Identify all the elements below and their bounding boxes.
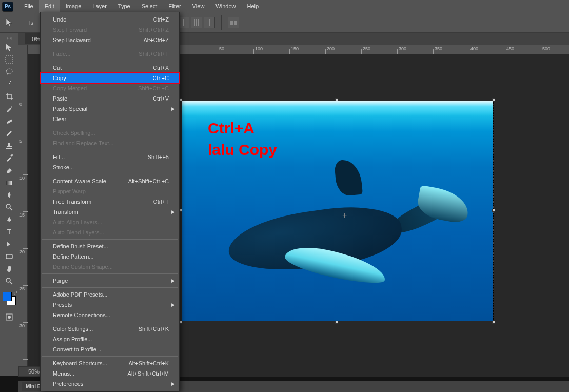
menu-filter[interactable]: Filter	[163, 0, 186, 13]
menu-image[interactable]: Image	[60, 0, 87, 13]
menu-item-purge[interactable]: Purge▶	[41, 276, 179, 286]
menu-item-define-custom-shape: Define Custom Shape...	[41, 262, 179, 272]
menu-item-preferences[interactable]: Preferences▶	[41, 379, 179, 389]
menu-separator	[42, 356, 178, 357]
menu-edit[interactable]: Edit	[39, 0, 60, 13]
healing-tool[interactable]	[3, 115, 16, 127]
history-brush-tool[interactable]	[3, 152, 16, 164]
menu-item-fade: Fade...Shift+Ctrl+F	[41, 49, 179, 59]
menu-separator	[42, 287, 178, 288]
menu-separator	[42, 61, 178, 61]
menu-layer[interactable]: Layer	[87, 0, 112, 13]
marquee-tool[interactable]	[3, 54, 16, 65]
menu-item-step-backward[interactable]: Step BackwardAlt+Ctrl+Z	[41, 35, 179, 45]
dist-hcenter-button[interactable]	[191, 17, 202, 28]
distribute-group-2	[178, 17, 215, 28]
ruler-origin[interactable]	[18, 45, 28, 54]
menu-type[interactable]: Type	[112, 0, 136, 13]
annotation-text: Ctrl+A lalu Copy	[208, 117, 277, 161]
stamp-tool[interactable]	[3, 140, 16, 151]
svg-rect-37	[234, 21, 237, 25]
menu-item-copy-merged: Copy MergedShift+Ctrl+C	[41, 83, 179, 93]
whale-photo: Ctrl+A lalu Copy +	[182, 101, 493, 321]
menu-view[interactable]: View	[187, 0, 210, 13]
menu-item-presets[interactable]: Presets▶	[41, 300, 179, 310]
svg-rect-27	[181, 19, 181, 26]
type-tool[interactable]: T	[3, 226, 16, 238]
menu-item-color-settings[interactable]: Color Settings...Shift+Ctrl+K	[41, 324, 179, 334]
menu-item-adobe-pdf-presets[interactable]: Adobe PDF Presets...	[41, 289, 179, 300]
hand-tool[interactable]	[3, 263, 16, 275]
options-label: ls	[29, 19, 33, 26]
svg-rect-28	[183, 19, 184, 26]
foreground-color[interactable]	[3, 292, 12, 301]
svg-rect-32	[198, 19, 199, 26]
menu-item-assign-profile[interactable]: Assign Profile...	[41, 334, 179, 344]
color-swatches[interactable]: ⇄	[2, 291, 17, 306]
menu-help[interactable]: Help	[241, 0, 264, 13]
crop-tool[interactable]	[3, 91, 16, 102]
menu-item-check-spelling: Check Spelling...	[41, 128, 179, 138]
eyedropper-tool[interactable]	[3, 103, 16, 114]
svg-rect-31	[196, 19, 197, 26]
zoom-tool[interactable]	[3, 276, 16, 287]
pen-tool[interactable]	[3, 214, 16, 225]
menu-item-paste[interactable]: PasteCtrl+V	[41, 93, 179, 104]
gradient-tool[interactable]	[3, 177, 16, 188]
shape-tool[interactable]	[3, 251, 16, 262]
edit-menu-dropdown: UndoCtrl+ZStep ForwardShift+Ctrl+ZStep B…	[40, 12, 180, 391]
svg-rect-45	[6, 254, 12, 259]
menu-item-cut[interactable]: CutCtrl+X	[41, 63, 179, 73]
chevron-right-icon: ▶	[171, 209, 175, 214]
eraser-tool[interactable]	[3, 165, 16, 176]
vertical-ruler[interactable]: 051015202530	[18, 54, 28, 377]
menu-item-copy[interactable]: CopyCtrl+C	[41, 73, 179, 83]
menu-item-menus[interactable]: Menus...Alt+Shift+Ctrl+M	[41, 368, 179, 379]
handle-icon[interactable]: ▸◂	[0, 35, 18, 41]
menu-item-define-brush-preset[interactable]: Define Brush Preset...	[41, 241, 179, 251]
menu-item-convert-to-profile[interactable]: Convert to Profile...	[41, 344, 179, 355]
svg-rect-40	[6, 119, 12, 124]
menu-item-paste-special[interactable]: Paste Special▶	[41, 104, 179, 114]
menu-separator	[42, 47, 178, 47]
move-tool[interactable]	[3, 42, 16, 53]
magic-wand-tool[interactable]	[3, 79, 16, 90]
swap-colors-icon[interactable]: ⇄	[13, 290, 17, 295]
svg-rect-29	[186, 19, 186, 26]
menu-item-stroke[interactable]: Stroke...	[41, 162, 179, 172]
menu-select[interactable]: Select	[136, 0, 163, 13]
svg-rect-36	[230, 21, 233, 25]
canvas-image[interactable]: Ctrl+A lalu Copy +	[182, 101, 493, 321]
current-tool-icon[interactable]	[3, 16, 16, 29]
blur-tool[interactable]	[3, 189, 16, 201]
menu-item-keyboard-shortcuts[interactable]: Keyboard Shortcuts...Alt+Shift+Ctrl+K	[41, 358, 179, 368]
menu-item-free-transform[interactable]: Free TransformCtrl+T	[41, 197, 179, 207]
app-logo: Ps	[2, 2, 13, 12]
menu-item-remote-connections[interactable]: Remote Connections...	[41, 310, 179, 320]
dist-left-button[interactable]	[178, 17, 189, 28]
lasso-tool[interactable]	[3, 66, 16, 77]
menu-item-content-aware-scale[interactable]: Content-Aware ScaleAlt+Shift+Ctrl+C	[41, 176, 179, 186]
menu-item-clear[interactable]: Clear	[41, 114, 179, 124]
svg-rect-35	[207, 19, 207, 26]
tool-palette: ▸◂ T ⇄	[0, 33, 18, 376]
menu-separator	[42, 239, 178, 240]
menu-item-transform[interactable]: Transform▶	[41, 207, 179, 217]
dist-right-button[interactable]	[204, 17, 215, 28]
menu-bar: Ps File Edit Image Layer Type Select Fil…	[0, 0, 569, 13]
menu-window[interactable]: Window	[210, 0, 241, 13]
svg-rect-38	[6, 56, 13, 63]
menu-item-fill[interactable]: Fill...Shift+F5	[41, 152, 179, 162]
brush-tool[interactable]	[3, 128, 16, 139]
auto-align-button[interactable]	[228, 17, 239, 28]
menu-item-undo[interactable]: UndoCtrl+Z	[41, 14, 179, 25]
svg-rect-33	[212, 19, 212, 26]
dodge-tool[interactable]	[3, 202, 16, 213]
menu-item-define-pattern[interactable]: Define Pattern...	[41, 251, 179, 262]
menu-separator	[42, 150, 178, 150]
menu-file[interactable]: File	[18, 0, 39, 13]
auto-align-group	[228, 17, 239, 28]
quickmask-tool[interactable]	[3, 311, 16, 323]
path-tool[interactable]	[3, 239, 16, 250]
menu-separator	[42, 273, 178, 274]
